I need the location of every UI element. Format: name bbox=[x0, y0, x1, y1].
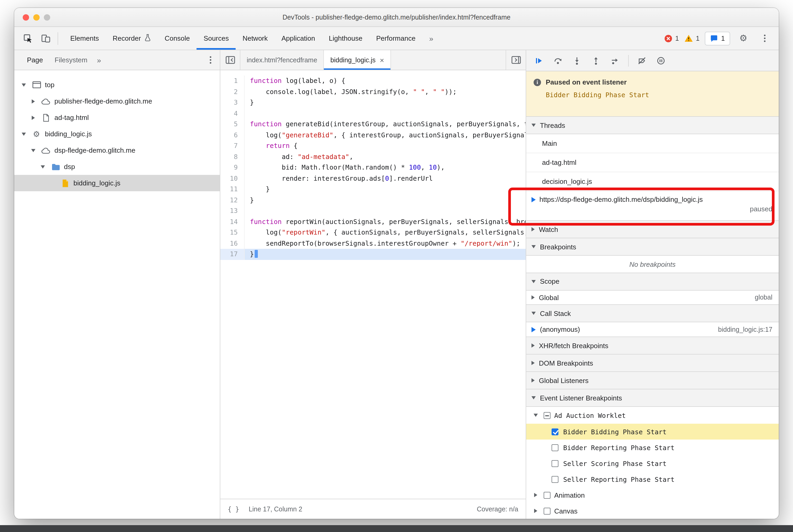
checkbox-unchecked[interactable] bbox=[551, 476, 559, 482]
tab-more-panels[interactable]: » bbox=[422, 27, 440, 50]
chevron-down-icon[interactable] bbox=[20, 132, 28, 135]
tree-item-top[interactable]: top bbox=[14, 77, 220, 93]
editor-tab-bidding-logic-js[interactable]: bidding_logic.js× bbox=[324, 50, 391, 70]
settings-gear-icon[interactable] bbox=[735, 31, 751, 46]
step-icon[interactable] bbox=[608, 53, 622, 68]
checkbox-unchecked[interactable] bbox=[544, 508, 550, 514]
code-line[interactable]: 9 bid: Math.floor(Math.random() * 100, 1… bbox=[220, 162, 526, 173]
checkbox-unchecked[interactable] bbox=[551, 444, 559, 451]
step-over-icon[interactable] bbox=[550, 53, 565, 68]
tree-item-dsp[interactable]: dsp bbox=[14, 158, 220, 175]
line-number[interactable]: 5 bbox=[220, 119, 245, 130]
step-into-icon[interactable] bbox=[569, 53, 584, 68]
tab-network[interactable]: Network bbox=[235, 27, 275, 50]
deactivate-breakpoints-icon[interactable] bbox=[635, 53, 649, 68]
line-number[interactable]: 15 bbox=[220, 227, 245, 238]
line-number[interactable]: 11 bbox=[220, 184, 245, 195]
xhr-breakpoints-section-header[interactable]: XHR/fetch Breakpoints bbox=[526, 337, 779, 355]
minimize-window-button[interactable] bbox=[33, 14, 40, 20]
line-number[interactable]: 14 bbox=[220, 216, 245, 227]
call-stack-frame[interactable]: (anonymous) bidding_logic.js:17 bbox=[526, 323, 779, 337]
chevron-down-icon[interactable] bbox=[20, 83, 28, 87]
tab-sources[interactable]: Sources bbox=[197, 27, 235, 50]
dom-breakpoints-section-header[interactable]: DOM Breakpoints bbox=[526, 354, 779, 372]
tab-console[interactable]: Console bbox=[158, 27, 196, 50]
line-number[interactable]: 12 bbox=[220, 195, 245, 206]
chevron-right-icon[interactable] bbox=[29, 115, 38, 120]
chevron-right-icon[interactable] bbox=[531, 493, 540, 497]
checkbox-unchecked[interactable] bbox=[544, 492, 550, 498]
line-number[interactable]: 10 bbox=[220, 173, 245, 184]
next-editor-icon[interactable] bbox=[506, 50, 526, 70]
code-line[interactable]: 5function generateBid(interestGroup, auc… bbox=[220, 119, 526, 130]
step-out-icon[interactable] bbox=[588, 53, 603, 68]
thread-item-ad-tag-html[interactable]: ad-tag.html bbox=[526, 153, 779, 172]
code-line[interactable]: 3} bbox=[220, 97, 526, 108]
code-line[interactable]: 4 bbox=[220, 108, 526, 119]
line-number[interactable]: 17 bbox=[220, 249, 245, 260]
line-number[interactable]: 2 bbox=[220, 87, 245, 97]
code-line[interactable]: 13 bbox=[220, 206, 526, 216]
editor-tab-index-html-fencedframe[interactable]: index.html?fencedframe bbox=[240, 50, 324, 70]
tab-lighthouse[interactable]: Lighthouse bbox=[322, 27, 369, 50]
line-number[interactable]: 9 bbox=[220, 162, 245, 173]
thread-item-current[interactable]: https://dsp-fledge-demo.glitch.me/dsp/bi… bbox=[526, 191, 779, 221]
tab-elements[interactable]: Elements bbox=[63, 27, 106, 50]
watch-section-header[interactable]: Watch bbox=[526, 220, 779, 238]
tab-filesystem[interactable]: Filesystem bbox=[50, 50, 93, 70]
tree-item-bidding-logic-js[interactable]: ⚙bidding_logic.js bbox=[14, 126, 220, 142]
checkbox-unchecked[interactable] bbox=[551, 460, 559, 467]
tree-item-publisher-fledge-demo-glitch-me[interactable]: publisher-fledge-demo.glitch.me bbox=[14, 93, 220, 109]
chevron-down-icon[interactable] bbox=[29, 149, 38, 152]
chevron-right-icon[interactable] bbox=[29, 99, 38, 103]
error-count-badge[interactable]: 1 bbox=[664, 34, 679, 42]
thread-item-main[interactable]: Main bbox=[526, 134, 779, 153]
chevron-down-icon[interactable] bbox=[39, 165, 47, 168]
line-number[interactable]: 3 bbox=[220, 97, 245, 108]
threads-section-header[interactable]: Threads bbox=[526, 116, 779, 134]
checkbox-checked[interactable] bbox=[551, 428, 559, 435]
breakpoints-section-header[interactable]: Breakpoints bbox=[526, 238, 779, 256]
line-number[interactable]: 6 bbox=[220, 130, 245, 140]
elb-item-bidder-reporting-phase-start[interactable]: Bidder Reporting Phase Start bbox=[526, 440, 779, 455]
tree-item-ad-tag-html[interactable]: ad-tag.html bbox=[14, 109, 220, 126]
more-navigator-tabs-icon[interactable]: » bbox=[94, 50, 105, 70]
event-listener-breakpoints-section-header[interactable]: Event Listener Breakpoints bbox=[526, 389, 779, 407]
tab-page[interactable]: Page bbox=[22, 50, 48, 70]
close-tab-icon[interactable]: × bbox=[380, 56, 384, 64]
scope-section-header[interactable]: Scope bbox=[526, 272, 779, 290]
tree-item-bidding-logic-js[interactable]: bidding_logic.js bbox=[14, 175, 220, 191]
elb-category-animation[interactable]: Animation bbox=[526, 487, 779, 503]
tab-recorder[interactable]: Recorder bbox=[106, 27, 158, 50]
inspect-element-icon[interactable] bbox=[20, 31, 35, 46]
zoom-window-button[interactable] bbox=[44, 14, 50, 20]
call-stack-section-header[interactable]: Call Stack bbox=[526, 305, 779, 323]
scope-global-row[interactable]: Global global bbox=[526, 290, 779, 305]
devtools-menu-icon[interactable] bbox=[757, 31, 772, 46]
code-line[interactable]: 8 ad: "ad-metadata", bbox=[220, 151, 526, 162]
global-listeners-section-header[interactable]: Global Listeners bbox=[526, 372, 779, 390]
chevron-down-icon[interactable] bbox=[531, 414, 540, 417]
elb-item-seller-reporting-phase-start[interactable]: Seller Reporting Phase Start bbox=[526, 471, 779, 487]
warning-count-badge[interactable]: 1 bbox=[684, 34, 699, 42]
hide-navigator-icon[interactable] bbox=[220, 50, 240, 70]
tab-application[interactable]: Application bbox=[275, 27, 322, 50]
code-line[interactable]: 12} bbox=[220, 195, 526, 206]
thread-item-decision-logic-js[interactable]: decision_logic.js bbox=[526, 172, 779, 191]
line-number[interactable]: 1 bbox=[220, 76, 245, 87]
code-line[interactable]: 1function log(label, o) { bbox=[220, 76, 526, 87]
code-line[interactable]: 14function reportWin(auctionSignals, per… bbox=[220, 216, 526, 227]
elb-group-ad-auction-worklet[interactable]: Ad Auction Worklet bbox=[526, 407, 779, 424]
checkbox-indeterminate[interactable] bbox=[544, 412, 550, 419]
code-line[interactable]: 6 log("generateBid", { interestGroup, au… bbox=[220, 130, 526, 140]
device-toolbar-icon[interactable] bbox=[38, 31, 53, 46]
elb-item-seller-scoring-phase-start[interactable]: Seller Scoring Phase Start bbox=[526, 455, 779, 471]
line-number[interactable]: 16 bbox=[220, 238, 245, 249]
pretty-print-icon[interactable] bbox=[228, 505, 239, 513]
code-line[interactable]: 15 log("reportWin", { auctionSignals, pe… bbox=[220, 227, 526, 238]
navigator-menu-icon[interactable] bbox=[210, 59, 211, 61]
code-line[interactable]: 2 console.log(label, JSON.stringify(o, "… bbox=[220, 87, 526, 97]
chevron-right-icon[interactable] bbox=[531, 509, 540, 513]
code-line[interactable]: 7 return { bbox=[220, 140, 526, 151]
tab-performance[interactable]: Performance bbox=[369, 27, 422, 50]
